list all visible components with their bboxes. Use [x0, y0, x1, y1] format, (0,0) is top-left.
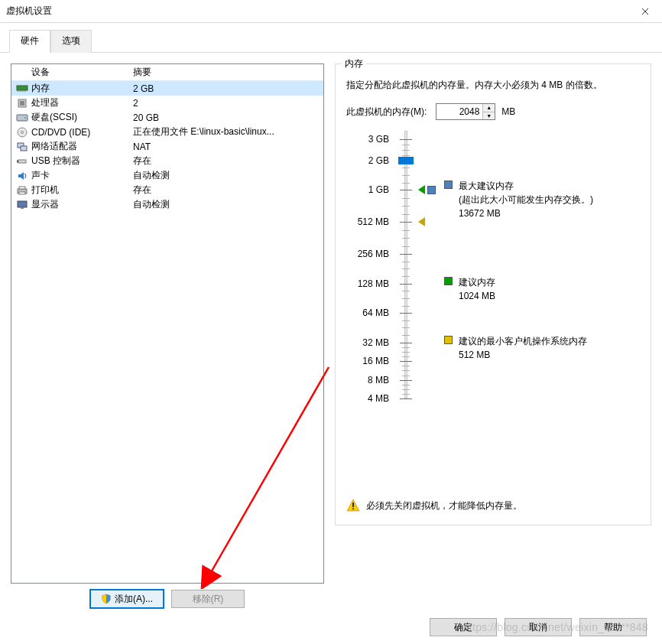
svg-point-12 [21, 131, 24, 133]
remove-button: 移除(R) [171, 590, 245, 608]
svg-rect-5 [24, 90, 24, 92]
svg-rect-6 [25, 90, 26, 92]
hardware-list[interactable]: 设备 摘要 内存2 GB处理器2硬盘(SCSI)20 GBCD/DVD (IDE… [11, 63, 324, 584]
window-title: 虚拟机设置 [6, 5, 628, 18]
memory-icon [15, 83, 30, 94]
slider-track [404, 131, 407, 398]
spin-down-icon[interactable]: ▼ [483, 112, 495, 120]
basic-mark-marker [418, 217, 425, 226]
memory-spinbox[interactable]: ▲ ▼ [436, 103, 495, 120]
spin-buttons[interactable]: ▲ ▼ [482, 104, 495, 119]
hdd-icon [15, 112, 30, 123]
slider-tick-label: 64 MB [362, 307, 389, 318]
hardware-summary-label: NAT [133, 141, 320, 152]
hardware-row[interactable]: 处理器2 [11, 96, 323, 110]
legend-color-icon [444, 336, 453, 344]
legend-text: 建议的最小客户机操作系统内存512 MB [459, 334, 587, 362]
slider-tick [400, 380, 412, 381]
svg-rect-19 [19, 192, 25, 194]
hardware-row[interactable]: 网络适配器NAT [11, 139, 323, 154]
tab-hardware[interactable]: 硬件 [9, 30, 50, 53]
slider-tick [400, 190, 412, 190]
hardware-device-label: USB 控制器 [30, 154, 133, 168]
svg-rect-1 [18, 90, 18, 92]
hardware-summary-label: 存在 [133, 154, 320, 168]
svg-rect-0 [17, 86, 28, 90]
memory-warning: 必须先关闭虚拟机，才能降低内存量。 [346, 499, 640, 512]
hardware-summary-label: 正在使用文件 E:\linux-basic\linux... [133, 125, 320, 138]
svg-rect-22 [352, 503, 354, 507]
hardware-device-label: 内存 [30, 82, 133, 95]
hardware-device-label: 硬盘(SCSI) [30, 111, 133, 124]
cddvd-icon [15, 127, 30, 138]
slider-tick [400, 361, 412, 362]
help-button[interactable]: 帮助 [579, 618, 647, 636]
add-button[interactable]: 添加(A)... [90, 590, 164, 608]
memory-field-label: 此虚拟机的内存(M): [346, 106, 427, 119]
tabs: 硬件 选项 [0, 23, 662, 53]
slider-thumb[interactable] [398, 157, 414, 164]
hardware-row[interactable]: 内存2 GB [11, 81, 323, 96]
svg-rect-8 [20, 101, 24, 106]
slider-tick [400, 284, 412, 285]
hardware-device-label: 声卡 [30, 169, 133, 182]
svg-rect-18 [19, 187, 25, 189]
spin-up-icon[interactable]: ▲ [483, 104, 495, 112]
svg-rect-2 [19, 90, 20, 92]
legend-text: 最大建议内存(超出此大小可能发生内存交换。)13672 MB [459, 179, 593, 220]
svg-rect-23 [352, 509, 354, 510]
shield-icon [101, 594, 112, 604]
ok-button[interactable]: 确定 [430, 618, 497, 636]
legend-color-icon [444, 277, 453, 285]
hardware-row[interactable]: 打印机存在 [11, 183, 323, 197]
dialog-footer: 确定 取消 帮助 [430, 618, 647, 636]
memory-group-title: 内存 [342, 57, 366, 70]
hardware-row[interactable]: 硬盘(SCSI)20 GB [11, 110, 323, 125]
legend-text: 建议内存1024 MB [459, 275, 495, 303]
svg-rect-3 [21, 90, 21, 92]
memory-groupbox: 内存 指定分配给此虚拟机的内存量。内存大小必须为 4 MB 的倍数。 此虚拟机的… [335, 63, 651, 525]
slider-tick-label: 8 MB [368, 375, 389, 385]
svg-point-10 [24, 117, 26, 119]
hardware-device-label: 打印机 [30, 184, 133, 197]
cancel-button[interactable]: 取消 [505, 618, 572, 636]
min-guest-legend: 建议的最小客户机操作系统内存512 MB [444, 334, 587, 362]
svg-rect-14 [21, 146, 27, 151]
slider-tick-label: 3 GB [368, 134, 389, 145]
sound-icon [15, 171, 30, 181]
content: 设备 摘要 内存2 GB处理器2硬盘(SCSI)20 GBCD/DVD (IDE… [0, 53, 662, 611]
slider-tick [400, 343, 412, 343]
recommended-legend: 建议内存1024 MB [444, 275, 495, 303]
memory-description: 指定分配给此虚拟机的内存量。内存大小必须为 4 MB 的倍数。 [346, 78, 640, 93]
add-button-label: 添加(A)... [115, 593, 153, 606]
slider-tick-label: 256 MB [358, 249, 389, 259]
slider-track-wrap[interactable] [395, 131, 418, 398]
max-recommended-legend: 最大建议内存(超出此大小可能发生内存交换。)13672 MB [444, 179, 593, 220]
header-summary: 摘要 [133, 66, 320, 79]
hardware-summary-label: 存在 [133, 184, 320, 197]
svg-rect-16 [17, 160, 18, 162]
hardware-device-label: 处理器 [30, 96, 133, 109]
hardware-device-label: 显示器 [30, 198, 133, 211]
svg-rect-15 [18, 160, 26, 163]
close-button[interactable] [628, 0, 662, 23]
hardware-device-label: CD/DVD (IDE) [30, 127, 133, 138]
slider-tick [400, 254, 412, 255]
slider-tick-label: 512 MB [358, 216, 389, 227]
tab-options[interactable]: 选项 [50, 30, 92, 53]
hardware-summary-label: 自动检测 [133, 198, 320, 211]
memory-input[interactable] [436, 104, 482, 119]
hardware-row[interactable]: 显示器自动检测 [11, 197, 323, 212]
display-icon [15, 200, 30, 210]
memory-legend: 最大建议内存(超出此大小可能发生内存交换。)13672 MB建议内存1024 M… [444, 131, 640, 398]
hardware-row[interactable]: 声卡自动检测 [11, 168, 323, 183]
hardware-panel: 设备 摘要 内存2 GB处理器2硬盘(SCSI)20 GBCD/DVD (IDE… [11, 63, 324, 608]
hardware-row[interactable]: USB 控制器存在 [11, 154, 323, 168]
slider-tick [400, 222, 412, 223]
hardware-device-label: 网络适配器 [30, 140, 133, 153]
slider-tick [400, 313, 412, 314]
hardware-row[interactable]: CD/DVD (IDE)正在使用文件 E:\linux-basic\linux.… [11, 125, 323, 139]
usb-icon [15, 156, 30, 167]
svg-rect-20 [18, 201, 27, 207]
slider-tick-label: 2 GB [368, 155, 389, 166]
